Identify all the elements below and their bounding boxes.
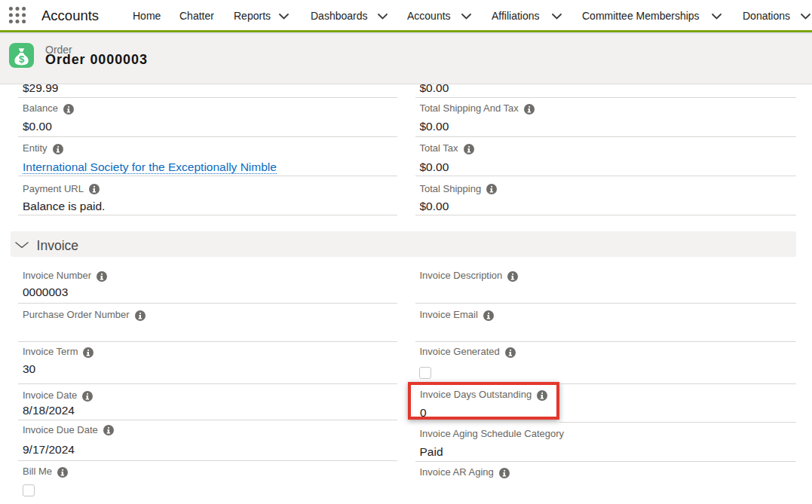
svg-text:$: $ xyxy=(19,53,25,65)
